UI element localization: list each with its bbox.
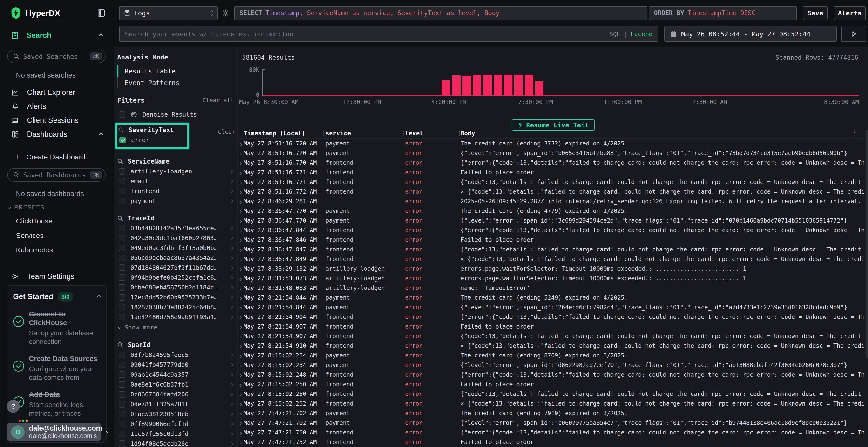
only-chevron-icon[interactable] (230, 179, 234, 183)
checkbox[interactable] (119, 441, 125, 447)
checkbox[interactable] (119, 265, 125, 271)
only-chevron-icon[interactable] (230, 363, 234, 366)
filter-option[interactable]: 09ab1c4544c9a357 (117, 370, 234, 380)
row-expand-chevron-icon[interactable] (238, 410, 244, 417)
row-expand-chevron-icon[interactable] (238, 371, 244, 378)
table-row[interactable]: May 27 8:51:16.771 AM frontend error {"c… (238, 177, 864, 187)
checkbox[interactable] (119, 284, 125, 291)
row-expand-chevron-icon[interactable] (238, 352, 244, 359)
filter-option[interactable]: payment (117, 196, 234, 206)
save-button[interactable]: Save (803, 6, 828, 20)
mode-event-patterns[interactable]: Event Patterns (117, 77, 234, 89)
preset-dashboard-link[interactable]: Kubernetes (16, 246, 113, 254)
only-chevron-icon[interactable] (230, 170, 234, 173)
column-drag-handle-icon[interactable]: ⋮ (400, 130, 406, 137)
only-chevron-icon[interactable] (230, 315, 234, 319)
checkbox[interactable] (119, 245, 125, 251)
chevron-up-icon[interactable] (99, 133, 103, 137)
date-range-picker[interactable]: May 26 08:52:44 - May 27 08:52:44 (664, 26, 837, 42)
row-expand-chevron-icon[interactable] (238, 237, 244, 243)
filter-option[interactable]: 0ae8e1f6c6b37fb1 (117, 380, 234, 389)
create-dashboard-button[interactable]: + Create Dashboard (15, 152, 113, 161)
table-scrollbar[interactable] (865, 128, 868, 447)
preset-dashboard-link[interactable]: Services (16, 232, 113, 240)
row-expand-chevron-icon[interactable] (238, 179, 244, 185)
filter-option[interactable]: 07d184304627bf2f11b67dd… (117, 263, 234, 273)
col-level[interactable]: level (405, 130, 461, 137)
filter-option[interactable]: 056cd9acbaac8637a4354a2… (117, 253, 234, 263)
filter-option[interactable]: 049ed0ac3fdb1f3f15a0b0b… (117, 243, 234, 253)
sidebar-item-alerts[interactable]: Alerts (0, 100, 113, 113)
collapse-sidebar-icon[interactable] (97, 8, 105, 18)
row-expand-chevron-icon[interactable] (238, 188, 244, 195)
sidebar-item-chart-explorer[interactable]: Chart Explorer (0, 85, 113, 100)
sidebar-item-search[interactable]: Search (0, 28, 113, 42)
search-icon[interactable] (118, 127, 124, 133)
chevron-up-icon[interactable] (97, 295, 101, 299)
table-row[interactable]: May 27 8:36:47.844 AM frontend error {"e… (238, 226, 864, 235)
sidebar-item-team-settings[interactable]: Team Settings (0, 270, 113, 283)
column-drag-handle-icon[interactable]: ⋮ (320, 130, 327, 137)
table-row[interactable]: May 27 8:46:29.281 AM error 2025-05-26T0… (238, 197, 864, 206)
language-toggle-lucene[interactable]: Lucene (631, 31, 652, 38)
presets-section-toggle[interactable]: PRESETS (8, 204, 113, 211)
only-chevron-icon[interactable] (230, 266, 234, 269)
only-chevron-icon[interactable] (230, 256, 234, 260)
checkbox-checked[interactable] (119, 137, 126, 143)
get-started-step[interactable]: Create Data Sources Configure where your… (13, 354, 100, 382)
checkbox[interactable] (119, 254, 125, 261)
only-chevron-icon[interactable] (230, 236, 234, 240)
filter-option[interactable]: 0fbe680eb456750b2d1184c… (117, 282, 234, 293)
checkbox[interactable] (119, 391, 125, 398)
table-row[interactable]: May 27 8:33:29.132 AM artillery-loadgen … (238, 264, 864, 274)
table-row[interactable]: May 27 8:21:54.907 AM frontend error {"c… (238, 332, 864, 341)
filter-option[interactable]: email (117, 176, 234, 186)
filter-option[interactable]: 1d94f08c5acdb28e (117, 439, 234, 447)
scrollbar-thumb[interactable] (866, 130, 868, 358)
search-icon[interactable] (117, 158, 123, 165)
filter-option[interactable]: 03f7b824595feec5 (117, 350, 234, 360)
row-expand-chevron-icon[interactable] (238, 256, 244, 263)
source-settings-gear-icon[interactable] (221, 9, 229, 17)
table-row[interactable]: May 27 8:31:53.073 AM artillery-loadgen … (238, 274, 864, 283)
checkbox[interactable] (119, 198, 125, 204)
filter-option[interactable]: 1ae42480d758e9ab91193a1… (117, 312, 234, 322)
row-expand-chevron-icon[interactable] (238, 208, 244, 214)
filter-option[interactable]: 0c0667304fafd206 (117, 389, 234, 399)
row-expand-chevron-icon[interactable] (238, 294, 244, 301)
checkbox[interactable] (119, 352, 125, 358)
row-expand-chevron-icon[interactable] (238, 198, 244, 205)
select-query-input[interactable]: SELECT Timestamp, ServiceName as service… (234, 6, 647, 20)
clear-severity-filter-button[interactable]: Clear (218, 129, 235, 135)
table-row[interactable]: May 27 8:15:02.252 AM frontend error × {… (238, 399, 864, 409)
checkbox[interactable] (119, 411, 125, 417)
table-row[interactable]: May 27 8:21:54.907 AM frontend error Fai… (238, 322, 864, 332)
row-expand-chevron-icon[interactable] (238, 150, 244, 157)
checkbox[interactable] (119, 274, 125, 281)
row-expand-chevron-icon[interactable] (238, 217, 244, 224)
filter-option[interactable]: artillery-loadgen (117, 166, 234, 176)
table-row[interactable]: May 27 8:36:47.770 AM payment error {"le… (238, 216, 864, 226)
sidebar-item-client-sessions[interactable]: Client Sessions (0, 113, 113, 128)
filter-option[interactable]: 09041fb457779da0 (117, 360, 234, 370)
table-row[interactable]: May 27 8:51:16.720 AM payment error The … (238, 139, 864, 148)
row-expand-chevron-icon[interactable] (238, 227, 244, 234)
table-row[interactable]: May 27 8:15:02.250 AM frontend error Fai… (238, 380, 864, 389)
checkbox[interactable] (119, 381, 125, 388)
user-menu[interactable]: D dale@clickhouse.com dale@clickhouse.co… (7, 423, 101, 441)
help-button[interactable]: ? (7, 400, 20, 413)
only-chevron-icon[interactable] (230, 403, 234, 406)
source-select[interactable]: Logs (119, 6, 218, 20)
filter-option[interactable]: 042a30c3dc1baf660b27863… (117, 233, 234, 243)
table-row[interactable]: May 27 8:15:02.250 AM frontend error {"c… (238, 389, 864, 399)
row-expand-chevron-icon[interactable] (238, 275, 244, 282)
table-row[interactable]: May 27 8:21:54.844 AM payment error The … (238, 293, 864, 303)
search-icon[interactable] (117, 215, 123, 221)
only-chevron-icon[interactable] (230, 442, 234, 445)
checkbox[interactable] (119, 314, 125, 320)
table-row[interactable]: May 27 8:15:02.234 AM payment error {"le… (238, 360, 864, 370)
only-chevron-icon[interactable] (230, 422, 234, 425)
denoise-results-toggle[interactable]: Denoise Results (117, 109, 234, 119)
table-row[interactable]: May 27 8:21:54.910 AM frontend error × {… (238, 341, 864, 351)
row-expand-chevron-icon[interactable] (238, 400, 244, 407)
